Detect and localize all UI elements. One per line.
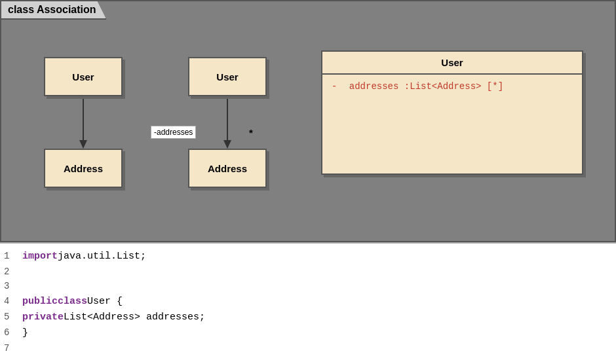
line-number: 6 [4,325,16,340]
assoc-label: -addresses [151,126,196,139]
code-token: User { [87,294,123,310]
code-token: import [22,249,58,264]
code-line: 5 private List<Address> addresses; [0,310,616,325]
code-line: 1import java.util.List; [0,249,616,264]
line-number: 5 [4,310,16,324]
code-token: } [22,325,28,341]
uml-box-addr2: Address [188,149,267,188]
uml-box-user2: User [188,57,267,96]
line-number: 4 [4,294,16,308]
code-line: 7 [0,341,616,355]
attr-text: addresses :List<Address> [*] [349,81,503,92]
attr-dash: - [332,81,337,92]
line-number: 7 [4,341,16,355]
line-number: 3 [4,279,16,293]
code-token: private [22,310,64,325]
svg-marker-1 [79,140,87,149]
code-token: public [22,294,58,310]
code-line: 6} [0,325,616,341]
uml-detail-box: User - addresses :List<Address> [*] [321,50,583,175]
code-area: 1import java.util.List;234public class U… [0,242,616,364]
uml-box-addr1: Address [44,149,123,188]
code-line: 3 [0,279,616,293]
uml-box-user1: User [44,57,123,96]
code-line: 2 [0,264,616,279]
code-token: java.util.List; [58,249,146,264]
code-token: List<Address> addresses; [64,310,205,325]
code-line: 4public class User { [0,294,616,310]
diagram-title: class Association [1,1,107,20]
diagram-area: class Association User Address User Addr… [0,0,616,242]
multiplicity-label: * [249,127,253,138]
svg-marker-3 [223,140,231,149]
line-number: 2 [4,264,16,279]
detail-attrs: - addresses :List<Address> [*] [322,75,582,98]
code-token: class [58,294,87,310]
detail-title: User [322,52,582,75]
line-number: 1 [4,249,16,263]
